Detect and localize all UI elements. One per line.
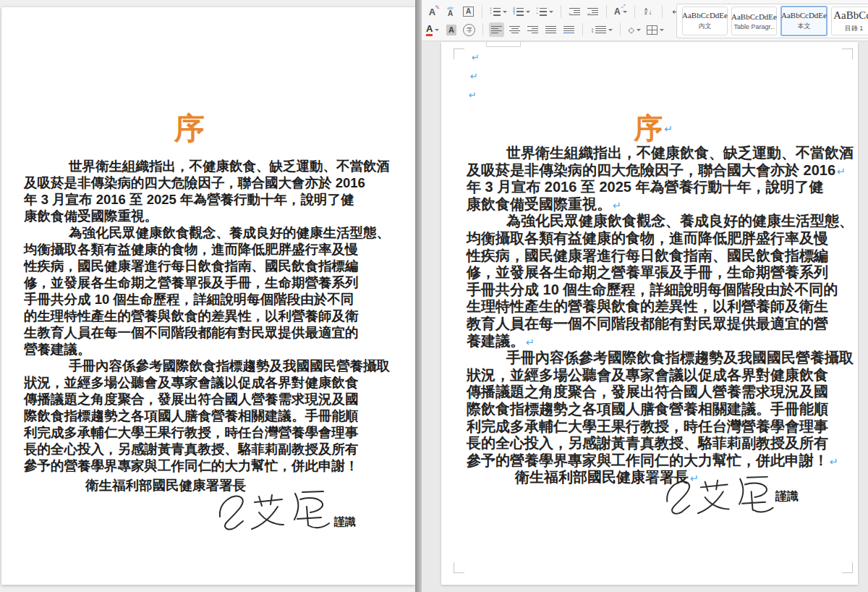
line-spacing-icon[interactable]: ↕ — [589, 22, 614, 37]
empty-paragraph-mark: ↵ — [470, 71, 478, 82]
signature-image[interactable] — [655, 473, 784, 520]
word-window: A✎abcAA• • •1 2 3• ◦ •←→A⤢A Z↓↵ AA字↕◇ Aa… — [422, 0, 868, 592]
pdf-preview-pane: 序 世界衛生組織指出，不健康飲食、缺乏運動、不當飲酒及吸菸是非傳染病的四大危險因… — [0, 0, 415, 592]
text-line[interactable]: 際飲食指標趨勢之各項國人膳食營養相關建議。手冊能順 — [467, 401, 844, 418]
shading-icon[interactable]: ◇ — [626, 22, 642, 37]
text-line: 手冊共分成 10 個生命歷程，詳細說明每個階段由於不同 — [24, 291, 357, 308]
asian-layout-icon[interactable]: A⤢ — [613, 4, 629, 19]
text-boundary-mark — [454, 48, 464, 59]
separator — [561, 5, 561, 18]
align-center-icon[interactable] — [507, 22, 522, 37]
font-color-icon[interactable]: A — [425, 22, 441, 37]
text-line[interactable]: 為強化民眾健康飲食觀念、養成良好的健康生活型態、 — [467, 213, 844, 230]
style-label: 目錄 1 — [845, 24, 864, 33]
style-card-目錄 1[interactable]: AaBbCcI目錄 1 — [831, 7, 868, 35]
character-border-icon[interactable]: A — [461, 4, 476, 19]
text-line[interactable]: 傳播議題之角度聚合，發展出符合國人營養需求現況及國 — [467, 384, 844, 401]
distribute-text-icon[interactable] — [561, 22, 576, 37]
line-spacing-dropdown[interactable] — [608, 29, 613, 33]
empty-paragraph-mark: ↵ — [472, 52, 480, 63]
text-line[interactable]: 年 3 月宣布 2016 至 2025 年為營養行動十年，說明了健 — [467, 179, 844, 196]
borders-icon[interactable] — [645, 22, 665, 37]
style-preview: AaBbCcDdEe — [731, 12, 777, 21]
text-line[interactable]: 修，並發展各生命期之營養單張及手冊，生命期營養系列 — [467, 264, 844, 282]
page-title: 序↵ — [467, 109, 840, 148]
text-line[interactable]: 長的全心投入，另感謝黃青真教授、駱菲莉副教授及所有 — [467, 435, 844, 452]
borders-dropdown[interactable] — [660, 29, 664, 33]
text-line: 際飲食指標趨勢之各項國人膳食營養相關建議。手冊能順 — [24, 407, 357, 424]
multilevel-list-icon[interactable]: • ◦ • — [535, 4, 555, 19]
font-color-dropdown[interactable] — [435, 29, 439, 33]
document-page-preview: 序 世界衛生組織指出，不健康飲食、缺乏運動、不當飲酒及吸菸是非傳染病的四大危險因… — [1, 7, 415, 585]
word-document-page[interactable]: ↵↵↵ 序↵ 世界衛生組織指出，不健康飲食、缺乏運動、不當飲酒及吸菸是非傳染病的… — [441, 42, 858, 585]
text-line[interactable]: 養建議。↵ — [467, 333, 844, 350]
text-line[interactable]: 教育人員在每一個不同階段都能有對民眾提供最適宜的營 — [467, 316, 844, 333]
text-line[interactable]: 狀況，並經多場公聽會及專家會議以促成各界對健康飲食 — [467, 367, 844, 384]
word-ribbon: A✎abcAA• • •1 2 3• ◦ •←→A⤢A Z↓↵ AA字↕◇ Aa… — [422, 0, 868, 41]
style-preview: AaBbCcDdEe — [781, 11, 827, 20]
text-line: 傳播議題之角度聚合，發展出符合國人營養需求現況及國 — [24, 391, 357, 407]
text-line[interactable]: 生理特性產生的營養與飲食的差異性，以利營養師及衛生 — [467, 298, 844, 316]
phonetic-guide-icon[interactable]: abcA — [443, 4, 458, 19]
bullets-dropdown[interactable] — [503, 11, 507, 15]
style-label: Table Paragr... — [734, 23, 775, 30]
text-effects-icon[interactable]: A✎ — [425, 4, 440, 19]
separator — [606, 5, 607, 18]
style-preview: AaBbCcI — [833, 9, 868, 22]
text-line[interactable]: 及吸菸是非傳染病的四大危險因子，聯合國大會亦於 2016↵ — [467, 162, 844, 179]
enclose-characters-icon[interactable]: 字 — [461, 22, 477, 37]
ribbon-row-2: AA字↕◇ — [425, 22, 665, 38]
title-text: 序 — [634, 112, 663, 144]
page-title: 序 — [24, 109, 355, 149]
text-line[interactable]: 性疾病，國民健康署進行每日飲食指南、國民飲食指標編 — [467, 248, 844, 265]
asian-layout-dropdown[interactable] — [623, 11, 627, 15]
text-line[interactable]: 參予的營養學界專家與工作同仁的大力幫忙，併此申謝！↵ — [467, 452, 844, 470]
text-line: 性疾病，國民健康署進行每日飲食指南、國民飲食指標編 — [24, 258, 357, 274]
justify-icon[interactable] — [543, 22, 558, 37]
text-line[interactable]: 手冊內容係參考國際飲食指標趨勢及我國國民營養攝取 — [467, 350, 844, 367]
text-line[interactable]: 均衡攝取各類有益健康的食物，進而降低肥胖盛行率及慢 — [467, 230, 844, 248]
body-text[interactable]: 世界衛生組織指出，不健康飲食、缺乏運動、不當飲酒及吸菸是非傳染病的四大危險因子，… — [467, 145, 844, 469]
style-card-Table Paragr...[interactable]: AaBbCcDdEeTable Paragr... — [731, 7, 777, 35]
increase-indent-icon[interactable]: → — [585, 4, 600, 19]
style-card-本文[interactable]: AaBbCcDdEe本文 — [780, 6, 827, 36]
separator — [482, 5, 482, 18]
text-line: 及吸菸是非傳染病的四大危險因子，聯合國大會亦於 2016 — [24, 174, 357, 191]
separator — [482, 23, 483, 36]
text-line: 利完成多承輔仁大學王果行教授，時任台灣營養學會理事 — [24, 424, 357, 441]
text-line: 手冊內容係參考國際飲食指標趨勢及我國國民營養攝取 — [24, 358, 357, 374]
separator — [634, 5, 635, 18]
text-line[interactable]: 世界衛生組織指出，不健康飲食、缺乏運動、不當飲酒 — [467, 145, 844, 162]
window-gap — [415, 0, 422, 592]
decrease-indent-icon[interactable]: ← — [567, 4, 582, 19]
style-label: 內文 — [699, 22, 712, 31]
text-line: 生教育人員在每一個不同階段都能有對民眾提供最適宜的 — [24, 324, 357, 341]
style-card-內文[interactable]: AaBbCcDdEe內文 — [682, 7, 728, 35]
align-right-icon[interactable] — [525, 22, 540, 37]
text-boundary-mark — [842, 48, 853, 59]
numbering-dropdown[interactable] — [526, 11, 530, 15]
separator — [620, 23, 621, 36]
align-left-icon[interactable] — [489, 22, 504, 37]
numbering-icon[interactable]: 1 2 3 — [511, 4, 532, 19]
signature-suffix: 謹識 — [775, 489, 799, 504]
text-line: 修，並發展各生命期之營養單張及手冊，生命期營養系列 — [24, 274, 357, 291]
body-text: 世界衛生組織指出，不健康飲食、缺乏運動、不當飲酒及吸菸是非傳染病的四大危險因子，… — [24, 158, 357, 474]
text-line: 均衡攝取各類有益健康的食物，進而降低肥胖盛行率及慢 — [24, 241, 357, 258]
text-line: 的生理特性產生的營養與飲食的差異性，以利營養師及衛 — [24, 308, 357, 324]
shading-dropdown[interactable] — [637, 29, 641, 33]
text-line: 康飲食備受國際重視。 — [24, 208, 357, 224]
text-line[interactable]: 康飲食備受國際重視。↵ — [467, 196, 844, 213]
text-line: 長的全心投入，另感謝黃青真教授、駱菲莉副教授及所有 — [24, 441, 357, 457]
ribbon-row-1: A✎abcAA• • •1 2 3• ◦ •←→A⤢A Z↓↵ — [425, 4, 684, 20]
text-line[interactable]: 利完成多承輔仁大學王果行教授，時任台灣營養學會理事 — [467, 418, 844, 436]
text-line: 世界衛生組織指出，不健康飲食、缺乏運動、不當飲酒 — [24, 158, 357, 174]
multilevel-list-dropdown[interactable] — [549, 11, 553, 15]
text-line[interactable]: 手冊共分成 10 個生命歷程，詳細說明每個階段由於不同的 — [467, 282, 844, 299]
sort-icon[interactable]: A Z↓ — [641, 4, 656, 19]
empty-paragraph-mark: ↵ — [469, 90, 477, 101]
bullets-icon[interactable]: • • • — [488, 4, 509, 19]
paragraph-mark: ↵ — [526, 337, 535, 348]
paragraph-mark: ↵ — [613, 200, 621, 211]
text-highlight-icon[interactable]: A — [443, 22, 459, 37]
